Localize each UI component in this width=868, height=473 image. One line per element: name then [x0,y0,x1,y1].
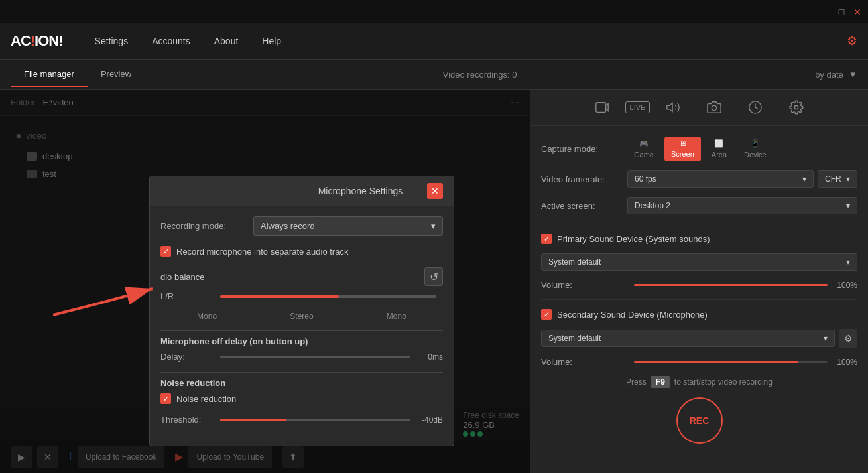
cfr-value: CFR [825,174,841,184]
mono-right-label: Mono [387,312,406,321]
capture-tab-sound[interactable] [655,96,691,119]
secondary-device-arrow: ▾ [824,334,828,343]
capture-game-button[interactable]: 🎮 Game [627,137,660,161]
recording-mode-value: Always record [261,221,315,231]
menu-settings[interactable]: Settings [83,31,141,52]
stereo-label: Stereo [290,312,313,321]
threshold-slider[interactable] [220,419,410,421]
cfr-dropdown[interactable]: CFR ▾ [818,170,857,188]
active-screen-arrow-icon: ▾ [846,201,850,210]
capture-tabs: LIVE [530,90,868,126]
rec-button[interactable]: REC [676,397,723,444]
mono-stereo-labels: Mono Stereo Mono [160,312,443,321]
delay-label: Delay: [160,352,214,362]
primary-device-value: System default [548,257,601,267]
primary-device-arrow: ▾ [846,257,850,267]
primary-volume-fill [634,284,828,286]
cfr-arrow-icon: ▾ [846,174,850,184]
maximize-button[interactable]: □ [836,7,847,17]
tab-file-manager[interactable]: File manager [11,62,88,87]
game-label: Game [634,151,654,159]
capture-tab-video[interactable] [584,96,620,119]
delay-value: 0ms [416,352,443,362]
secondary-device-dropdown[interactable]: System default ▾ [541,330,835,347]
main-layout: Folder: F:\video ⋯ ■ video desktop test … [0,90,868,473]
recording-mode-control: Always record ▾ [253,216,443,236]
device-label: Device [744,151,767,159]
menu-accounts[interactable]: Accounts [140,31,202,52]
area-label: Area [712,151,727,159]
capture-tab-camera[interactable] [696,96,732,119]
capture-screen-button[interactable]: 🖥 Screen [664,137,701,161]
audio-balance-label: dio balance [160,272,424,282]
recording-mode-dropdown[interactable]: Always record ▾ [253,216,443,236]
live-badge[interactable]: LIVE [625,101,651,113]
secondary-volume-pct: 100% [834,358,857,367]
primary-volume-pct: 100% [834,281,857,290]
capture-mode-buttons: 🎮 Game 🖥 Screen ⬜ Area 📱 Device [627,137,773,161]
active-screen-row: Active screen: Desktop 2 ▾ [541,197,857,214]
noise-reduction-checkbox[interactable] [160,393,171,404]
menu-bar: AC!ION! Settings Accounts About Help ⚙ [0,23,868,60]
lr-slider-fill [220,295,339,298]
audio-balance-reset-button[interactable]: ↺ [424,267,443,286]
framerate-dropdown[interactable]: 60 fps ▾ [627,170,814,188]
game-icon: 🎮 [639,139,649,148]
framerate-value: 60 fps [635,174,656,184]
right-content: Capture mode: 🎮 Game 🖥 Screen ⬜ Area [530,126,868,473]
recording-mode-label: Recording mode: [160,221,253,231]
close-button[interactable]: ✕ [852,7,863,17]
primary-sound-checkbox[interactable] [541,234,552,244]
framerate-row: Video framerate: 60 fps ▾ CFR ▾ [541,170,857,188]
capture-area-button[interactable]: ⬜ Area [705,137,733,161]
separate-track-label: Record microphone into separate audio tr… [176,247,348,257]
minimize-button[interactable]: — [820,7,831,17]
secondary-settings-button[interactable]: ⚙ [839,329,857,348]
modal-body: Recording mode: Always record ▾ Record m… [150,206,454,446]
menu-help[interactable]: Help [250,31,293,52]
secondary-sound-row: Secondary Sound Device (Microphone) [541,309,857,320]
primary-volume-slider[interactable] [634,284,828,286]
active-screen-label: Active screen: [541,201,627,211]
primary-sound-label: Primary Sound Device (System sounds) [557,234,710,244]
dropdown-arrow-icon: ▾ [431,221,436,231]
hotkey-row: Press F9 to start/stop video recording [541,376,857,388]
capture-mode-row: Capture mode: 🎮 Game 🖥 Screen ⬜ Area [541,137,857,161]
sort-dropdown[interactable]: ▼ [849,70,857,80]
sort-label: by date [815,70,843,80]
separate-track-checkbox[interactable] [160,246,171,257]
menu-about[interactable]: About [202,31,251,52]
active-screen-value: Desktop 2 [635,201,670,210]
primary-device-dropdown[interactable]: System default ▾ [541,253,857,271]
svg-rect-1 [595,103,605,113]
hotkey-key-badge: F9 [651,376,670,388]
secondary-device-value: System default [548,334,601,343]
area-icon: ⬜ [714,139,723,148]
divider-1 [160,330,443,331]
device-icon: 📱 [751,139,760,148]
capture-mode-label: Capture mode: [541,144,627,154]
modal-close-button[interactable]: ✕ [427,183,443,199]
hotkey-action-label: to start/stop video recording [674,377,773,387]
dropdown-arrow-icon: ▾ [802,174,806,184]
app-logo: AC!ION! [11,33,63,50]
settings-icon[interactable]: ⚙ [847,34,857,48]
rec-container: REC [541,397,857,450]
lr-slider[interactable] [220,295,436,298]
capture-tab-settings[interactable] [778,96,814,119]
right-panel: LIVE Capture mode: [530,90,868,473]
off-delay-title: Microphone off delay (on button up) [160,336,443,346]
tab-preview[interactable]: Preview [88,62,145,87]
video-icon [595,100,609,115]
secondary-sound-label: Secondary Sound Device (Microphone) [557,310,708,320]
secondary-sound-checkbox[interactable] [541,309,552,320]
secondary-volume-slider[interactable] [634,361,828,363]
audio-balance-header: dio balance ↺ [160,267,443,286]
modal-title: Microphone Settings [294,186,427,196]
mono-left-label: Mono [197,312,217,321]
active-screen-dropdown[interactable]: Desktop 2 ▾ [627,197,857,214]
delay-slider[interactable] [220,356,410,358]
screen-icon: 🖥 [679,139,686,147]
capture-tab-clock[interactable] [737,96,773,119]
capture-device-button[interactable]: 📱 Device [737,137,773,161]
